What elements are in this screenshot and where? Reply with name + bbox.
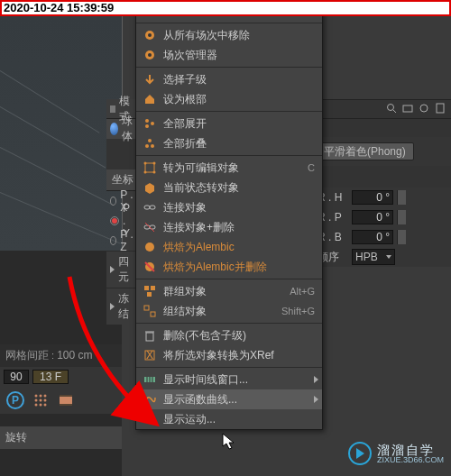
watermark-play-icon bbox=[348, 442, 372, 465]
menu-item-motion[interactable]: 显示运动... bbox=[136, 409, 322, 429]
menu-label: 当前状态转对象 bbox=[163, 180, 317, 196]
menu-item-group[interactable]: 群组对象Alt+G bbox=[136, 281, 322, 301]
menu-label: 全部折叠 bbox=[163, 136, 317, 151]
svg-point-14 bbox=[153, 162, 156, 165]
mouse-cursor bbox=[222, 433, 238, 453]
delete-icon bbox=[142, 327, 158, 343]
menu-item-bake-del[interactable]: 烘焙为Alembic并删除 bbox=[136, 257, 322, 277]
menu-item-cube[interactable]: 当前状态转对象 bbox=[136, 178, 322, 197]
menu-item-convert[interactable]: 转为可编辑对象C bbox=[136, 158, 322, 178]
svg-line-21 bbox=[145, 223, 154, 232]
anim-radio[interactable] bbox=[110, 236, 116, 245]
menu-item-delete[interactable]: 删除(不包含子级) bbox=[136, 325, 322, 345]
svg-rect-45 bbox=[437, 104, 444, 113]
menu-label: 场次管理器 bbox=[163, 48, 317, 63]
expander-freeze[interactable]: 冻结 bbox=[106, 288, 139, 325]
menu-label: 群组对象 bbox=[163, 284, 284, 299]
spinner-icon[interactable] bbox=[397, 210, 406, 224]
target-icon[interactable] bbox=[419, 103, 431, 115]
expand-icon bbox=[142, 115, 158, 132]
expander-quaternion[interactable]: 四元 bbox=[106, 251, 139, 288]
svg-point-38 bbox=[150, 416, 155, 422]
timestamp-bar: 2020-10-24 15:39:59 bbox=[0, 0, 451, 16]
svg-rect-59 bbox=[60, 404, 72, 406]
menu-item-xref[interactable]: X将所选对象转换为XRef bbox=[136, 345, 322, 365]
coord-row-r: R . P0 ° bbox=[314, 207, 451, 227]
play-icon[interactable]: P bbox=[5, 390, 25, 410]
menu-item-gear-orange[interactable]: 场次管理器 bbox=[136, 45, 322, 65]
svg-point-6 bbox=[145, 119, 149, 123]
link-del-icon bbox=[142, 219, 158, 235]
film-icon[interactable] bbox=[56, 390, 76, 410]
order-dropdown[interactable]: HPB bbox=[352, 249, 395, 265]
expander-label: 冻结 bbox=[118, 291, 135, 322]
bake-icon bbox=[142, 239, 158, 255]
frame-start[interactable]: 90 bbox=[4, 370, 29, 384]
menu-item-expand[interactable]: 全部展开 bbox=[136, 114, 322, 133]
search-icon[interactable] bbox=[386, 103, 399, 115]
svg-point-41 bbox=[388, 105, 394, 111]
menu-item-home[interactable]: 设为根部 bbox=[136, 89, 322, 109]
menu-item-collapse[interactable]: 全部折叠 bbox=[136, 133, 322, 153]
coord-label: P . Z bbox=[120, 228, 135, 253]
menu-item-bake[interactable]: 烘焙为Alembic bbox=[136, 237, 322, 257]
coord-input[interactable]: 0 ° bbox=[352, 210, 393, 224]
menu-label: 烘焙为Alembic并删除 bbox=[163, 260, 317, 275]
svg-point-52 bbox=[40, 399, 42, 402]
coord-input[interactable]: 0 ° bbox=[352, 230, 393, 244]
svg-rect-43 bbox=[403, 105, 412, 112]
bake-del-icon bbox=[142, 259, 158, 275]
menu-label: 显示运动... bbox=[163, 412, 317, 427]
svg-point-5 bbox=[148, 53, 152, 57]
svg-point-55 bbox=[40, 404, 42, 407]
frame-current[interactable]: 13 F bbox=[32, 370, 69, 384]
svg-rect-30 bbox=[146, 333, 153, 341]
coord-row: P . Z bbox=[106, 231, 139, 251]
folder-icon[interactable] bbox=[402, 103, 415, 115]
convert-icon bbox=[142, 160, 158, 176]
ungroup-icon bbox=[142, 303, 158, 319]
svg-text:X: X bbox=[146, 349, 153, 362]
doc-icon[interactable] bbox=[435, 103, 447, 115]
spinner-icon[interactable] bbox=[397, 230, 406, 244]
coord-input[interactable]: 0 ° bbox=[352, 190, 393, 205]
menu-item-link-del[interactable]: 连接对象+删除 bbox=[136, 217, 322, 237]
collapse-icon bbox=[142, 135, 158, 151]
dots-icon[interactable] bbox=[31, 390, 51, 410]
right-panel: 平滑着色(Phong) R . H0 °R . P0 °R . B0 °顺序HP… bbox=[314, 99, 451, 267]
expander-label: 四元 bbox=[118, 254, 135, 285]
arrow-down-icon bbox=[142, 71, 158, 87]
svg-point-3 bbox=[148, 33, 152, 37]
svg-rect-17 bbox=[144, 206, 150, 209]
anim-radio[interactable] bbox=[110, 216, 119, 225]
svg-text:P: P bbox=[12, 394, 19, 407]
svg-point-53 bbox=[44, 399, 47, 402]
svg-point-50 bbox=[44, 395, 47, 398]
menu-item-ungroup[interactable]: 组结对象Shift+G bbox=[136, 301, 322, 321]
link-icon bbox=[142, 199, 158, 215]
menu-item-link[interactable]: 连接对象 bbox=[136, 197, 322, 217]
order-row: 顺序HPB bbox=[314, 247, 451, 267]
svg-rect-12 bbox=[145, 163, 154, 172]
menu-item-arrow-down[interactable]: 选择子级 bbox=[136, 69, 322, 89]
coord-row-r: R . H0 ° bbox=[314, 188, 451, 207]
menu-item-gear-orange[interactable]: 从所有场次中移除 bbox=[136, 25, 322, 45]
menu-label: 烘焙为Alembic bbox=[163, 240, 317, 255]
fcurve-icon bbox=[142, 391, 158, 407]
spinner-icon[interactable] bbox=[397, 190, 406, 205]
anim-radio[interactable] bbox=[110, 197, 116, 206]
svg-line-42 bbox=[393, 110, 396, 113]
chevron-right-icon bbox=[314, 376, 318, 383]
svg-rect-58 bbox=[60, 395, 72, 397]
svg-point-11 bbox=[151, 144, 154, 148]
svg-rect-28 bbox=[144, 306, 149, 310]
menu-label: 选择子级 bbox=[163, 72, 317, 87]
menu-item-timeline[interactable]: 显示时间线窗口... bbox=[136, 370, 322, 389]
group-icon bbox=[142, 283, 158, 299]
svg-point-48 bbox=[35, 395, 38, 398]
coord-row-r: R . B0 ° bbox=[314, 227, 451, 247]
svg-point-7 bbox=[145, 124, 149, 128]
menu-item-fcurve[interactable]: 显示函数曲线... bbox=[136, 389, 322, 409]
home-icon bbox=[142, 91, 158, 107]
phong-button[interactable]: 平滑着色(Phong) bbox=[316, 142, 414, 160]
